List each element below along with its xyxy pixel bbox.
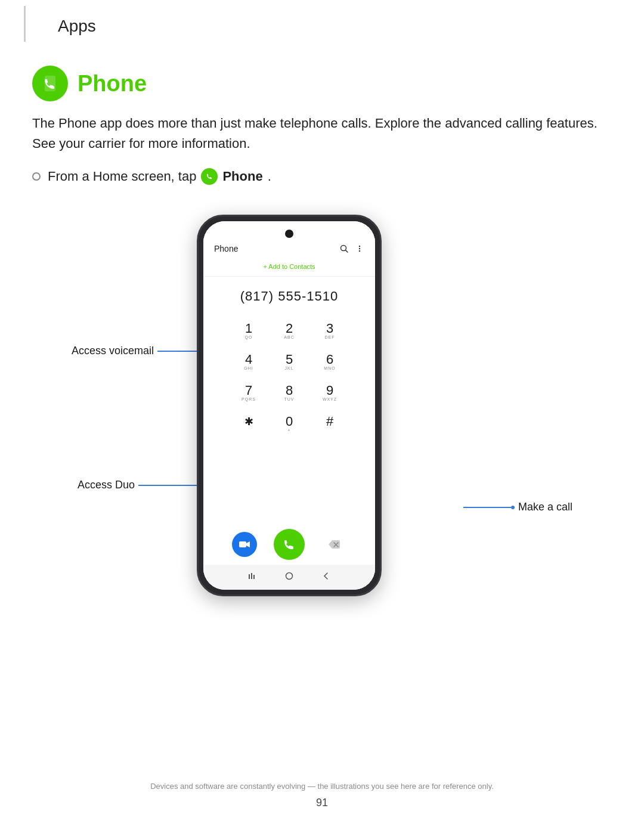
phone-app-icon-large	[32, 66, 68, 101]
phone-screen: Phone	[203, 221, 375, 590]
key-9[interactable]: 9 WXYZ	[311, 379, 348, 408]
annotation-voicemail: Access voicemail	[72, 345, 209, 357]
page-header: Apps	[24, 6, 644, 42]
key-1[interactable]: 1 QO	[230, 317, 267, 346]
key-star[interactable]: ✱	[230, 410, 267, 439]
phone-number-display: (817) 555-1510	[203, 277, 375, 315]
key-hash[interactable]: #	[311, 410, 348, 439]
make-call-line	[463, 507, 511, 508]
footer-disclaimer: Devices and software are constantly evol…	[0, 782, 644, 791]
svg-rect-9	[249, 574, 250, 579]
phone-device: Phone	[197, 215, 382, 596]
key-4[interactable]: 4 GHI	[230, 348, 267, 377]
section-title-text: Phone	[78, 71, 147, 97]
key-6[interactable]: 6 MNO	[311, 348, 348, 377]
key-7[interactable]: 7 PQRS	[230, 379, 267, 408]
section-label: Apps	[58, 17, 96, 35]
key-5[interactable]: 5 JKL	[271, 348, 308, 377]
key-0[interactable]: 0 +	[271, 410, 308, 439]
dialpad: 1 QO 2 ABC 3 DEF 4	[203, 315, 375, 523]
phone-top-bar: Phone	[203, 221, 375, 257]
phone-camera	[285, 230, 293, 238]
svg-line-1	[346, 250, 348, 253]
duo-line	[138, 485, 200, 486]
footer-page-number: 91	[0, 797, 644, 809]
svg-point-4	[359, 250, 360, 252]
phone-screen-container: Phone	[203, 221, 375, 590]
key-2[interactable]: 2 ABC	[271, 317, 308, 346]
add-contacts-label: + Add to Contacts	[263, 263, 315, 270]
svg-rect-10	[251, 573, 252, 579]
more-icon	[355, 244, 364, 253]
page-footer: Devices and software are constantly evol…	[0, 782, 644, 809]
instruction-text: From a Home screen, tap Phone.	[48, 168, 271, 185]
svg-rect-5	[239, 541, 246, 547]
svg-point-12	[286, 573, 293, 580]
dialpad-actions	[203, 523, 375, 565]
make-call-dot	[511, 506, 515, 509]
svg-point-2	[359, 246, 360, 247]
dialpad-grid: 1 QO 2 ABC 3 DEF 4	[230, 317, 348, 439]
top-icons	[339, 244, 364, 253]
instruction-row: From a Home screen, tap Phone.	[32, 168, 612, 185]
nav-bar	[203, 565, 375, 590]
diagram-area: Access voicemail Access Duo Make a call …	[72, 203, 572, 620]
delete-button[interactable]	[321, 532, 346, 557]
key-8[interactable]: 8 TUV	[271, 379, 308, 408]
description-text: The Phone app does more than just make t…	[32, 113, 612, 154]
key-3[interactable]: 3 DEF	[311, 317, 348, 346]
annotation-duo: Access Duo	[78, 479, 204, 491]
annotation-make-call: Make a call	[463, 501, 572, 513]
svg-marker-6	[246, 541, 250, 547]
svg-point-3	[359, 248, 360, 249]
phone-app-label: Phone	[214, 244, 238, 253]
add-contacts-bar: + Add to Contacts	[203, 257, 375, 277]
duo-button[interactable]	[232, 532, 257, 557]
nav-back-icon	[321, 571, 332, 581]
inline-phone-icon	[201, 168, 218, 185]
bullet-icon	[32, 172, 41, 181]
svg-rect-11	[253, 575, 255, 579]
nav-home-icon	[284, 571, 295, 581]
section-title-row: Phone	[32, 66, 612, 101]
nav-menu-icon	[247, 571, 258, 581]
call-button[interactable]	[274, 529, 305, 560]
search-icon	[339, 244, 349, 253]
